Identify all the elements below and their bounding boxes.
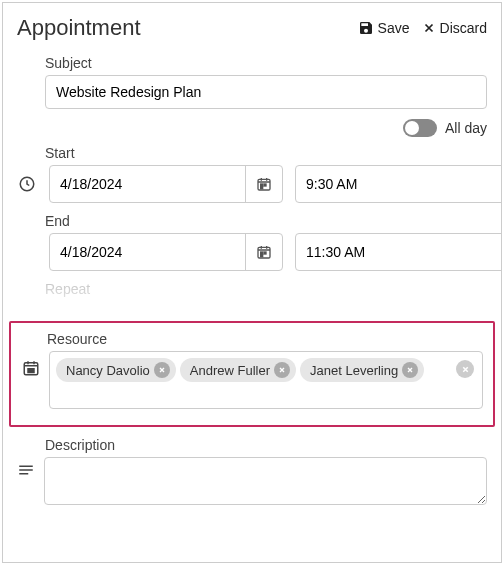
- chip-remove-icon[interactable]: [402, 362, 418, 378]
- resource-row: Nancy Davolio Andrew Fuller Janet Leverl…: [21, 351, 483, 409]
- allday-toggle[interactable]: [403, 119, 437, 137]
- chip-label: Janet Leverling: [310, 363, 398, 378]
- resource-chip: Nancy Davolio: [56, 358, 176, 382]
- resource-multiselect[interactable]: Nancy Davolio Andrew Fuller Janet Leverl…: [49, 351, 483, 409]
- description-row: [17, 457, 487, 505]
- start-group: Start: [17, 145, 487, 203]
- notes-icon: [17, 461, 36, 479]
- dialog-header: Appointment Save Discard: [17, 15, 487, 41]
- start-row: [17, 165, 487, 203]
- resource-chip: Andrew Fuller: [180, 358, 296, 382]
- repeat-group: Repeat: [17, 281, 487, 315]
- svg-rect-4: [261, 187, 263, 189]
- svg-rect-2: [261, 184, 263, 186]
- subject-input[interactable]: [45, 75, 487, 109]
- svg-rect-12: [28, 369, 34, 373]
- chip-remove-icon[interactable]: [154, 362, 170, 378]
- end-row: [17, 233, 487, 271]
- chip-label: Andrew Fuller: [190, 363, 270, 378]
- chip-remove-icon[interactable]: [274, 362, 290, 378]
- resource-section: Resource Nancy Davolio Andrew Fuller: [9, 321, 495, 427]
- appointment-dialog: Appointment Save Discard Subject All day: [2, 2, 502, 563]
- save-icon: [358, 20, 374, 36]
- subject-label: Subject: [17, 55, 487, 71]
- start-time-input[interactable]: [296, 168, 491, 200]
- end-time-box[interactable]: [295, 233, 502, 271]
- discard-button[interactable]: Discard: [422, 20, 487, 36]
- calendar-icon[interactable]: [245, 234, 282, 270]
- start-time-box[interactable]: [295, 165, 502, 203]
- end-date-box[interactable]: [49, 233, 283, 271]
- end-date-input[interactable]: [50, 236, 245, 268]
- svg-rect-7: [261, 252, 263, 254]
- start-date-input[interactable]: [50, 168, 245, 200]
- calendar-icon[interactable]: [245, 166, 282, 202]
- start-date-box[interactable]: [49, 165, 283, 203]
- dialog-title: Appointment: [17, 15, 141, 41]
- fade-overlay: [17, 281, 487, 315]
- discard-label: Discard: [440, 20, 487, 36]
- subject-group: Subject: [17, 55, 487, 109]
- end-time-input[interactable]: [296, 236, 491, 268]
- allday-row: All day: [17, 119, 487, 137]
- start-label: Start: [17, 145, 487, 161]
- resource-chip: Janet Leverling: [300, 358, 424, 382]
- header-actions: Save Discard: [358, 20, 487, 36]
- toggle-knob: [405, 121, 419, 135]
- end-label: End: [17, 213, 487, 229]
- chip-label: Nancy Davolio: [66, 363, 150, 378]
- description-textarea[interactable]: [44, 457, 487, 505]
- svg-rect-9: [261, 255, 263, 257]
- description-group: Description: [17, 437, 487, 505]
- save-button[interactable]: Save: [358, 20, 410, 36]
- allday-label: All day: [445, 120, 487, 136]
- save-label: Save: [378, 20, 410, 36]
- clock-icon: [17, 175, 37, 193]
- calendar-date-icon: [21, 359, 41, 377]
- svg-rect-3: [264, 184, 266, 186]
- clock-icon[interactable]: [491, 234, 502, 270]
- clock-icon[interactable]: [491, 166, 502, 202]
- close-icon: [422, 21, 436, 35]
- svg-rect-8: [264, 252, 266, 254]
- resource-label: Resource: [21, 331, 483, 347]
- clear-all-icon[interactable]: [456, 360, 474, 378]
- end-group: End: [17, 213, 487, 271]
- description-label: Description: [17, 437, 487, 453]
